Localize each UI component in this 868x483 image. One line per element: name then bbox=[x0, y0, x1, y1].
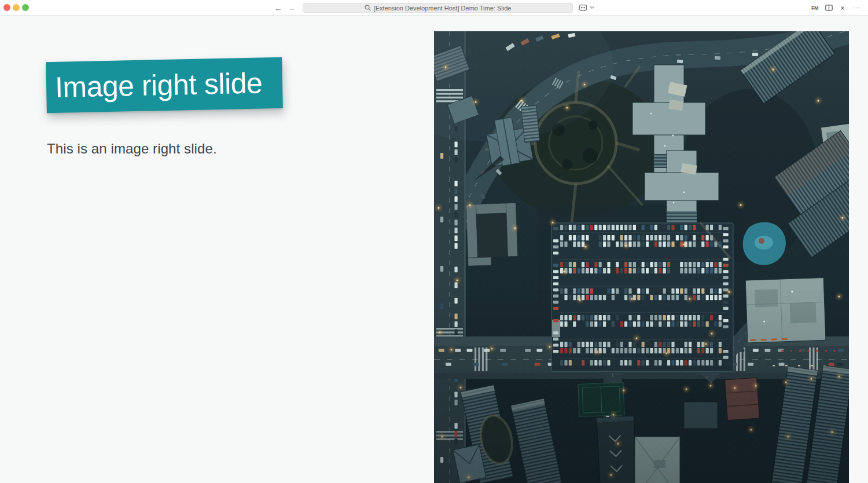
chevron-down-icon bbox=[590, 6, 594, 9]
address-bar-text: [Extension Development Host] Demo Time: … bbox=[374, 5, 512, 12]
back-button[interactable]: ← bbox=[274, 4, 282, 12]
aerial-city-illustration bbox=[434, 31, 849, 483]
close-window-button[interactable] bbox=[3, 4, 10, 11]
extension-button[interactable] bbox=[578, 3, 594, 12]
split-editor-icon[interactable] bbox=[825, 3, 833, 13]
fm-icon[interactable]: FM bbox=[811, 3, 819, 13]
address-bar[interactable]: [Extension Development Host] Demo Time: … bbox=[303, 3, 573, 13]
slide-title: Image right slide bbox=[46, 66, 262, 104]
minimize-window-button[interactable] bbox=[13, 4, 20, 11]
titlebar: ← → [Extension Development Host] Demo Ti… bbox=[0, 0, 868, 16]
forward-button[interactable]: → bbox=[288, 4, 296, 12]
aerial-city-photo bbox=[434, 31, 849, 483]
robot-icon bbox=[578, 3, 588, 12]
window-controls bbox=[3, 4, 29, 11]
search-icon bbox=[365, 5, 371, 11]
slide-title-banner: Image right slide bbox=[46, 57, 283, 114]
close-panel-button[interactable]: × bbox=[838, 3, 847, 13]
history-nav: ← → bbox=[274, 0, 296, 16]
panel-actions: FM × ··· bbox=[811, 0, 860, 16]
more-actions-button[interactable]: ··· bbox=[852, 3, 860, 13]
app-window: ← → [Extension Development Host] Demo Ti… bbox=[0, 0, 868, 483]
slide-canvas: Image right slide This is an image right… bbox=[0, 16, 868, 483]
zoom-window-button[interactable] bbox=[22, 4, 29, 11]
slide-body-text: This is an image right slide. bbox=[47, 141, 217, 157]
